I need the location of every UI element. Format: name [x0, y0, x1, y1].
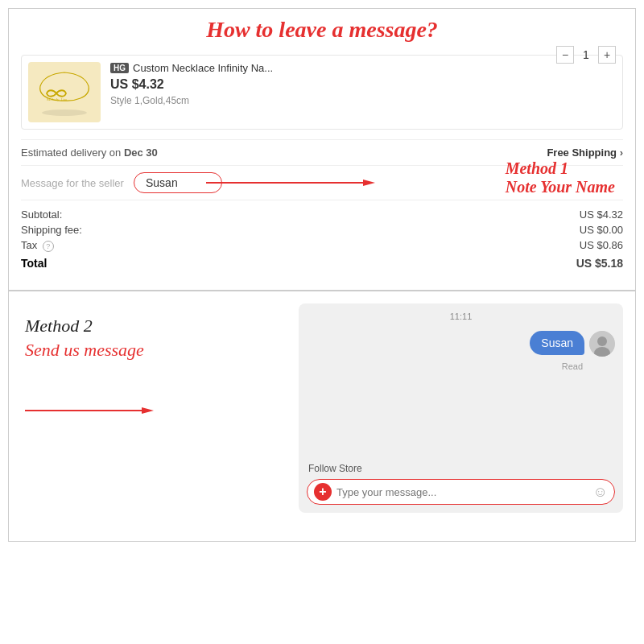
chat-input-row: + ☺ — [307, 479, 615, 505]
bottom-section: Method 2 Send us message 11:11 Susan — [9, 291, 635, 541]
follow-store-label: Follow Store — [307, 463, 615, 474]
chat-panel: 11:11 Susan Read Follow Store + — [299, 303, 623, 513]
total-label: Total — [21, 257, 47, 270]
svg-text:Lisa: Lisa — [61, 97, 67, 101]
plus-button[interactable]: + — [314, 483, 332, 501]
message-for-seller-label: Message for the seller — [21, 177, 134, 189]
qty-decrease-button[interactable]: − — [556, 46, 574, 64]
svg-point-9 — [597, 336, 607, 346]
method2-subtitle: Send us message — [25, 340, 287, 361]
shipping-value: US $0.00 — [580, 224, 623, 236]
product-title-row: HG Custom Necklace Infinity Na... — [110, 62, 556, 74]
svg-marker-7 — [142, 407, 154, 414]
product-price: US $4.32 — [110, 77, 556, 92]
free-shipping-link[interactable]: Free Shipping — [547, 147, 623, 159]
qty-increase-button[interactable]: + — [598, 46, 616, 64]
shipping-row: Shipping fee: US $0.00 — [21, 222, 623, 237]
subtotal-value: US $4.32 — [580, 208, 623, 221]
total-value: US $5.18 — [576, 257, 623, 270]
tax-value: US $0.86 — [580, 239, 623, 252]
quantity-row: − 1 + — [556, 46, 616, 64]
chat-messages: Susan Read — [307, 331, 615, 463]
svg-text:Melody: Melody — [47, 97, 60, 101]
shipping-label: Shipping fee: — [21, 224, 82, 236]
method1-arrow — [206, 177, 375, 188]
svg-point-3 — [42, 109, 87, 116]
subtotal-row: Subtotal: US $4.32 — [21, 207, 623, 222]
method2-title: Method 2 — [25, 316, 287, 336]
delivery-label: Estimated delivery on — [21, 147, 121, 159]
delivery-date: Dec 30 — [124, 147, 158, 159]
method1-annotation: Method 1 Note Your Name — [506, 159, 615, 196]
method1-subtitle: Note Your Name — [506, 178, 615, 196]
method1-title: Method 1 — [506, 159, 615, 178]
tax-label-text: Tax — [21, 239, 37, 251]
chat-text-input[interactable] — [336, 486, 590, 498]
delivery-text: Estimated delivery on Dec 30 — [21, 147, 158, 159]
chat-bubble-row: Susan — [530, 331, 615, 357]
tax-info-icon[interactable]: ? — [43, 241, 54, 252]
tax-label: Tax ? — [21, 239, 54, 252]
tax-row: Tax ? US $0.86 — [21, 237, 623, 254]
hg-badge: HG — [110, 63, 129, 73]
product-style: Style 1,Gold,45cm — [110, 95, 556, 106]
product-name: Custom Necklace Infinity Na... — [133, 62, 273, 74]
product-image: Melody Lisa — [28, 62, 101, 122]
svg-marker-5 — [363, 180, 375, 186]
product-row: Melody Lisa HG Custom Necklace Infinity … — [21, 55, 623, 130]
top-section: How to leave a message? Melody Lisa — [9, 9, 635, 291]
chat-avatar — [589, 331, 615, 357]
chat-bubble: Susan — [530, 331, 584, 355]
subtotal-label: Subtotal: — [21, 208, 62, 221]
price-breakdown: Subtotal: US $4.32 Shipping fee: US $0.0… — [21, 200, 623, 278]
message-row: Message for the seller Method 1 Note You… — [21, 165, 623, 200]
read-label: Read — [562, 361, 583, 371]
method2-annotation: Method 2 Send us message — [9, 299, 299, 419]
quantity-value: 1 — [574, 48, 598, 61]
total-row: Total US $5.18 — [21, 254, 623, 271]
main-container: How to leave a message? Melody Lisa — [8, 8, 636, 542]
necklace-svg: Melody Lisa — [32, 66, 97, 118]
emoji-button[interactable]: ☺ — [593, 484, 608, 501]
avatar-icon — [589, 331, 615, 357]
page-title: How to leave a message? — [21, 17, 623, 43]
method2-arrow — [25, 405, 154, 416]
chat-time: 11:11 — [307, 312, 615, 321]
product-info: HG Custom Necklace Infinity Na... US $4.… — [110, 62, 556, 106]
